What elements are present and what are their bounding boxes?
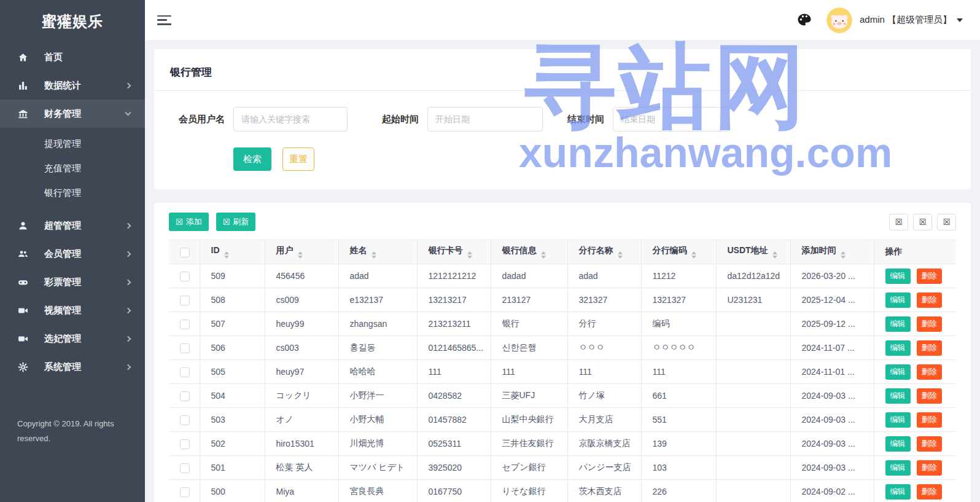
username-search-input[interactable] (233, 107, 348, 131)
column-header-label: 分行名称 (579, 245, 613, 255)
cell-name: zhangsan (338, 312, 417, 336)
refresh-button[interactable]: ☒刷新 (216, 213, 256, 231)
sidebar-item-超管管理[interactable]: 超管管理 (0, 211, 145, 240)
sidebar-item-系统管理[interactable]: 系统管理 (0, 353, 145, 381)
column-header-银行信息[interactable]: 银行信息 (491, 240, 567, 264)
cell-branch: 茨木西支店 (567, 480, 641, 502)
row-checkbox[interactable] (180, 439, 190, 449)
page-title: 银行管理 (170, 61, 955, 90)
select-all-checkbox[interactable] (180, 248, 190, 257)
delete-button[interactable]: 删除 (917, 436, 942, 452)
column-header-银行卡号[interactable]: 银行卡号 (417, 240, 491, 264)
cell-actions: 编辑删除 (874, 456, 956, 480)
sort-carets-icon[interactable] (371, 251, 376, 259)
sidebar-item-会员管理[interactable]: 会员管理 (0, 240, 145, 268)
row-checkbox[interactable] (180, 391, 190, 401)
add-button[interactable]: ☒添加 (169, 213, 209, 231)
user-dropdown-caret-icon[interactable] (957, 18, 963, 22)
cell-card: 0167750 (417, 480, 491, 502)
edit-button[interactable]: 编辑 (885, 292, 911, 308)
sidebar-item-选妃管理[interactable]: 选妃管理 (0, 324, 145, 353)
bar-chart-icon (17, 80, 28, 91)
table-tool-icon-button-3[interactable]: ☒ (937, 214, 956, 230)
search-button[interactable]: 检索 (233, 147, 271, 171)
row-checkbox[interactable] (180, 320, 190, 329)
username-filter-label: 会员用户名 (179, 114, 225, 125)
delete-button[interactable]: 删除 (917, 484, 942, 500)
edit-button[interactable]: 编辑 (885, 364, 911, 380)
edit-button[interactable]: 编辑 (885, 436, 911, 452)
row-checkbox[interactable] (180, 343, 190, 353)
user-icon (17, 220, 28, 231)
edit-button[interactable]: 编辑 (885, 340, 911, 356)
row-checkbox[interactable] (180, 463, 190, 473)
column-header-label: 姓名 (350, 245, 367, 255)
edit-button[interactable]: 编辑 (885, 316, 911, 332)
delete-button[interactable]: 删除 (917, 292, 942, 308)
sidebar-item-label: 选妃管理 (44, 333, 81, 345)
row-checkbox[interactable] (180, 367, 190, 377)
delete-button[interactable]: 删除 (917, 412, 942, 428)
delete-button[interactable]: 删除 (917, 388, 942, 404)
hamburger-menu-icon[interactable] (157, 15, 172, 25)
edit-button[interactable]: 编辑 (885, 484, 911, 500)
sort-carets-icon[interactable] (298, 251, 303, 259)
theme-palette-icon[interactable] (797, 12, 813, 28)
sort-carets-icon[interactable] (841, 251, 846, 259)
sidebar-subitem-充值管理[interactable]: 充值管理 (0, 156, 145, 181)
chevron-right-icon (125, 364, 131, 370)
table-tool-icon-button-1[interactable]: ☒ (889, 214, 908, 230)
row-checkbox-cell (169, 336, 200, 360)
delete-button[interactable]: 删除 (917, 340, 942, 356)
cell-card: 0428582 (417, 384, 491, 408)
cell-branch_code: 139 (641, 432, 716, 456)
cell-time: 2024-11-07 ... (790, 336, 874, 360)
edit-button[interactable]: 编辑 (885, 412, 911, 428)
user-avatar[interactable] (826, 7, 852, 33)
edit-button[interactable]: 编辑 (885, 269, 911, 284)
delete-button[interactable]: 删除 (917, 364, 942, 380)
chevron-down-icon (125, 109, 131, 116)
column-header-添加时间[interactable]: 添加时间 (790, 240, 874, 264)
sidebar-item-彩票管理[interactable]: 彩票管理 (0, 268, 145, 296)
end-date-input[interactable] (613, 107, 729, 131)
select-all-header-cell (169, 240, 200, 264)
sidebar-item-视频管理[interactable]: 视频管理 (0, 296, 145, 324)
sort-carets-icon[interactable] (467, 251, 472, 259)
column-header-ID[interactable]: ID (200, 240, 265, 264)
cell-branch: 竹ノ塚 (567, 384, 641, 408)
reset-button[interactable]: 重置 (282, 147, 314, 171)
column-header-分行名称[interactable]: 分行名称 (567, 240, 641, 264)
users-icon (17, 248, 28, 259)
table-tool-icon-button-2[interactable]: ☒ (913, 214, 932, 230)
chevron-right-icon (125, 251, 131, 257)
table-row: 501松葉 英人マツバ ヒデト3925020セブン銀行パンジー支店1032024… (169, 456, 956, 480)
column-header-分行编码[interactable]: 分行编码 (641, 240, 716, 264)
sidebar-item-财务管理[interactable]: 财务管理 (0, 100, 145, 128)
row-checkbox[interactable] (180, 296, 190, 305)
sort-carets-icon[interactable] (691, 251, 696, 259)
sort-carets-icon[interactable] (618, 251, 623, 259)
row-checkbox[interactable] (180, 415, 190, 425)
edit-button[interactable]: 编辑 (885, 388, 911, 404)
sort-carets-icon[interactable] (541, 251, 546, 259)
edit-button[interactable]: 编辑 (885, 460, 911, 476)
row-checkbox[interactable] (180, 487, 190, 497)
sort-carets-icon[interactable] (772, 251, 777, 259)
sidebar-subitem-提现管理[interactable]: 提现管理 (0, 131, 145, 156)
start-date-input[interactable] (427, 107, 543, 131)
sort-carets-icon[interactable] (224, 251, 229, 259)
delete-button[interactable]: 删除 (917, 269, 942, 284)
sidebar-subitem-银行管理[interactable]: 银行管理 (0, 181, 145, 205)
column-header-用户[interactable]: 用户 (265, 240, 338, 264)
column-header-USDT地址[interactable]: USDT地址 (716, 240, 790, 264)
filter-start-group: 起始时间 (382, 107, 543, 131)
sidebar-item-首页[interactable]: 首页 (0, 43, 145, 71)
cell-branch: 321327 (567, 288, 641, 312)
delete-button[interactable]: 删除 (917, 460, 942, 476)
row-checkbox-cell (169, 288, 200, 312)
row-checkbox[interactable] (180, 272, 190, 281)
column-header-姓名[interactable]: 姓名 (338, 240, 417, 264)
delete-button[interactable]: 删除 (917, 316, 942, 332)
sidebar-item-数据统计[interactable]: 数据统计 (0, 71, 145, 100)
